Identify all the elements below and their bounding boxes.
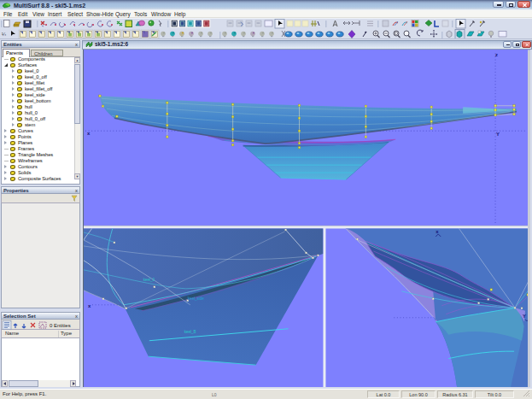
svg-text:keel_0: keel_0 — [143, 278, 155, 282]
svg-text:keel_side: keel_side — [188, 296, 204, 301]
svg-text:Y: Y — [523, 314, 526, 319]
svg-text:x: x — [88, 303, 91, 308]
svg-text:Y: Y — [496, 132, 500, 137]
svg-text:0 Entities: 0 Entities — [50, 323, 71, 328]
svg-text:z: z — [495, 52, 498, 57]
svg-text:keel_B: keel_B — [184, 330, 196, 334]
svg-text:x: x — [87, 131, 91, 136]
